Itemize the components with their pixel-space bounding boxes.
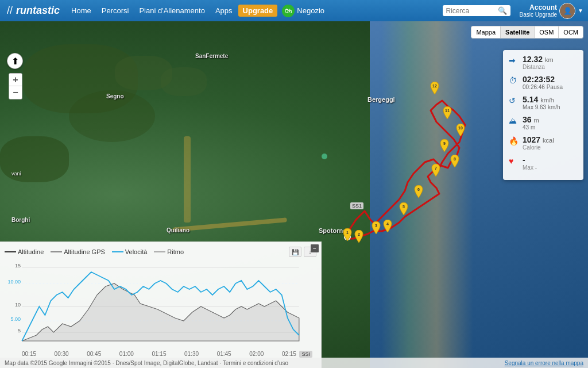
account-text: Account Basic Upgrade: [520, 3, 558, 18]
elevation-value: 36 m: [523, 115, 578, 124]
coast-area: [381, 21, 473, 368]
chart-body: 15 10.00 10 5.00 5: [5, 260, 316, 350]
time-label-6: 01:30: [184, 351, 199, 357]
speed-icon: ↺: [509, 96, 519, 105]
search-input[interactable]: [446, 7, 498, 15]
calories-icon: 🔥: [509, 136, 519, 145]
time-label-1: 00:15: [22, 351, 36, 357]
map-type-ocm[interactable]: OCM: [559, 26, 583, 38]
svg-text:12: 12: [432, 84, 437, 88]
shop-icon: 🛍: [282, 5, 295, 17]
svg-text:3: 3: [375, 224, 377, 228]
svg-text:8: 8: [454, 157, 456, 161]
nav-negozio[interactable]: 🛍 Negozio: [278, 5, 328, 17]
legend-altitudine-label: Altitudine: [18, 248, 44, 255]
time-content: 02:23:52 00:26:46 Pausa: [523, 75, 578, 90]
account-label: Account: [520, 3, 558, 12]
bottom-bar: Map data ©2015 Google Immagini ©2015 · D…: [0, 358, 588, 368]
pin-9: 9: [439, 139, 450, 154]
legend-ritmo-label: Ritmo: [167, 248, 184, 255]
stat-speed: ↺ 5.14 km/h Max 9.63 km/h: [509, 95, 578, 110]
time-label-4: 01:00: [119, 351, 134, 357]
heart-label: Max -: [523, 164, 578, 171]
pin-12: 12: [430, 82, 440, 97]
logo-text: runtastic: [16, 5, 60, 17]
heart-icon: ♥: [509, 156, 519, 166]
time-label-3: 00:45: [87, 351, 101, 357]
svg-text:15: 15: [15, 263, 21, 269]
svg-text:7: 7: [435, 166, 437, 170]
time-label-5: 01:15: [152, 351, 166, 357]
zoom-out[interactable]: −: [9, 86, 22, 99]
nav-apps[interactable]: Apps: [211, 0, 237, 21]
search-icon[interactable]: 🔍: [498, 6, 507, 15]
stat-heart: ♥ - Max -: [509, 155, 578, 171]
nav-links: Home Percorsi Piani d'Allenamento Apps U…: [67, 0, 438, 21]
svg-text:10.00: 10.00: [8, 279, 21, 285]
elevation-content: 36 m 43 m: [523, 115, 578, 131]
map-type-mappa[interactable]: Mappa: [471, 26, 501, 38]
pin-8: 8: [450, 155, 460, 170]
stat-time: ⏱ 02:23:52 00:26:46 Pausa: [509, 75, 578, 90]
logo-icon: //: [7, 5, 13, 17]
time-axis: 00:15 00:30 00:45 01:00 01:15 01:30 01:4…: [5, 350, 316, 357]
town-sanfermete: SanFermete: [195, 53, 228, 59]
elevation-icon: ⛰: [509, 116, 519, 125]
town-bergeggi: Bergeggi: [368, 96, 395, 103]
map-type-satellite[interactable]: Satellite: [501, 26, 535, 38]
nav-percorsi[interactable]: Percorsi: [97, 0, 134, 21]
logo[interactable]: // runtastic: [0, 5, 67, 17]
svg-text:10: 10: [15, 302, 21, 308]
zoom-controls: + −: [9, 73, 22, 99]
ss1-badge-map: SS1: [350, 202, 363, 209]
time-label-7: 01:45: [217, 351, 231, 357]
svg-text:6: 6: [417, 187, 420, 191]
navbar: // runtastic Home Percorsi Piani d'Allen…: [0, 0, 588, 21]
pin-6: 6: [413, 185, 424, 200]
map-type-controls: Mappa Satellite OSM OCM: [471, 26, 583, 39]
zoom-in[interactable]: +: [9, 74, 22, 86]
distance-label: Distanza: [523, 64, 578, 70]
elevation-sub: 43 m: [523, 124, 578, 131]
pin-5: 5: [399, 202, 409, 217]
compass[interactable]: ⬆: [7, 53, 23, 69]
time-value: 02:23:52: [523, 75, 578, 84]
avatar: 👤: [559, 3, 575, 19]
svg-text:5: 5: [18, 328, 21, 334]
stat-elevation: ⛰ 36 m 43 m: [509, 115, 578, 131]
chart-download-btn[interactable]: 💾: [289, 247, 301, 257]
pin-10: 10: [455, 124, 466, 139]
svg-text:1: 1: [346, 231, 349, 235]
speed-sub: Max 9.63 km/h: [523, 104, 578, 110]
svg-text:9: 9: [443, 141, 446, 145]
account-sub: Basic Upgrade: [520, 12, 558, 18]
svg-text:11: 11: [445, 109, 450, 113]
dropdown-icon[interactable]: ▼: [578, 7, 583, 14]
time-label-9: 02:15: [282, 351, 296, 357]
time-icon: ⏱: [509, 76, 519, 85]
pin-4: 4: [382, 220, 393, 235]
avatar-image: 👤: [560, 3, 575, 18]
svg-text:5.00: 5.00: [11, 316, 21, 322]
heart-value: -: [523, 155, 578, 164]
chart-svg: 15 10.00 10 5.00 5: [5, 260, 316, 350]
search-box: 🔍: [443, 5, 510, 16]
report-error-link[interactable]: Segnala un errore nella mappa: [505, 360, 583, 366]
legend-ritmo: Ritmo: [154, 248, 184, 255]
legend-altitudine: Altitudine: [5, 248, 44, 255]
svg-marker-23: [22, 283, 299, 341]
stat-calories: 🔥 1027 kcal Calorie: [509, 135, 578, 151]
map-type-osm[interactable]: OSM: [535, 26, 559, 38]
nav-piani[interactable]: Piani d'Allenamento: [134, 0, 210, 21]
pin-7: 7: [431, 164, 441, 179]
speed-content: 5.14 km/h Max 9.63 km/h: [523, 95, 578, 110]
account-area[interactable]: Account Basic Upgrade 👤 ▼: [515, 3, 589, 19]
legend-altitudine-gps: Altitudine GPS: [51, 248, 105, 255]
green-dot: [322, 154, 327, 159]
nav-upgrade[interactable]: Upgrade: [238, 5, 278, 17]
svg-text:2: 2: [358, 232, 360, 236]
heart-content: - Max -: [523, 155, 578, 171]
chart-close-button[interactable]: −: [311, 244, 319, 252]
ssi-badge: SSI: [299, 351, 312, 358]
nav-home[interactable]: Home: [67, 0, 96, 21]
